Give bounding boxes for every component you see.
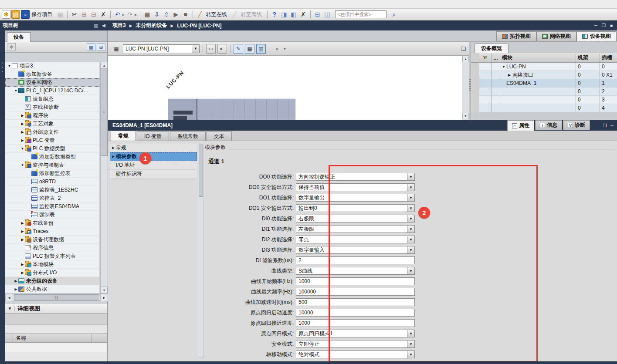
accessible-devices-icon[interactable]: ? [270, 10, 279, 19]
dropdown-extra-icon[interactable]: ± [122, 13, 124, 17]
scroll-right-icon[interactable]: ▶ [100, 294, 108, 301]
tree-item[interactable]: ▶ 工艺对象 [5, 120, 99, 128]
properties-tab[interactable]: 系统常数 [170, 131, 206, 141]
tree-item[interactable]: 监控表ES04DMA [5, 202, 99, 211]
parameter-field[interactable]: 立即停止 ▼ [296, 340, 415, 348]
upload-from-device-icon[interactable]: ⇧ [162, 10, 171, 19]
dropdown-extra-icon[interactable]: ± [134, 13, 136, 17]
overview-table-row[interactable]: 0 2 [471, 88, 617, 96]
expander-icon[interactable]: ▶ [20, 221, 25, 225]
chevron-down-icon[interactable]: ▼ [407, 236, 414, 243]
grid-icon[interactable]: ▦ [245, 44, 254, 54]
measure-icon[interactable]: ⇿ [206, 44, 216, 54]
tree-item[interactable]: 添加新设备 [5, 70, 99, 78]
start-cpu-icon[interactable]: ▶ [172, 10, 180, 19]
expander-icon[interactable]: ▶ [14, 279, 18, 283]
tree-item[interactable]: 设备组态 [5, 95, 99, 103]
collapse-panel-icon[interactable]: ─ [610, 123, 614, 128]
parameter-field[interactable]: 10000 ▼ [296, 309, 415, 317]
breadcrumb-device[interactable]: LUC-PN [LUC-PN] [177, 23, 222, 29]
tree-item[interactable]: ▶ 分布式 I/O [5, 269, 99, 277]
properties-nav-item[interactable]: I/O 地址 [110, 161, 197, 170]
chevron-down-icon[interactable]: ▼ [407, 173, 414, 180]
properties-nav-item[interactable]: 硬件标识符 [110, 170, 197, 179]
chevron-down-icon[interactable]: ▼ [5, 306, 15, 311]
scroll-left-icon[interactable]: ◀ [5, 294, 13, 301]
overview-table-row[interactable]: ▼LUC-PN 0 0 [471, 63, 617, 71]
save-project-icon[interactable]: ▫ [21, 10, 30, 19]
tree-item[interactable]: 添加新数据类型 [5, 153, 99, 161]
parameter-field[interactable]: 2 ▼ [296, 256, 415, 264]
minimize-icon[interactable]: ─ [594, 23, 597, 28]
go-online-label[interactable]: 转至在线 [206, 11, 227, 18]
chevron-down-icon[interactable]: ▼ [407, 246, 414, 253]
parameter-field[interactable]: 数字量输出 ▼ [296, 194, 415, 202]
sort-columns-icon[interactable]: ▦ [87, 43, 95, 51]
expander-icon[interactable]: ▼ [20, 163, 25, 167]
expander-icon[interactable]: ▼ [14, 89, 18, 93]
expander-icon[interactable]: ▶ [20, 229, 25, 233]
tree-item[interactable]: o8RTD [5, 178, 99, 186]
chevron-down-icon[interactable]: ▼ [407, 215, 414, 222]
expander-icon[interactable]: ▶ [20, 138, 25, 142]
menu-item[interactable] [10, 3, 17, 5]
tab-devices[interactable]: 设备 [7, 32, 31, 42]
parameter-field[interactable]: 零点 ▼ [296, 236, 415, 243]
tab-device-overview[interactable]: 设备概览 [475, 44, 509, 53]
breadcrumb-project[interactable]: 项目3 [112, 22, 126, 29]
tree-item[interactable]: 监控表_2 [5, 194, 99, 202]
parameter-field[interactable]: S曲线 ▼ [296, 267, 415, 275]
undo-icon[interactable]: ↶ [113, 10, 122, 19]
show-window-2-icon[interactable]: ◧ [289, 10, 298, 19]
chevron-down-icon[interactable]: ▼ [407, 205, 414, 212]
expander-icon[interactable]: ▼ [20, 147, 25, 151]
tree-item[interactable]: 添加新监控表 [5, 169, 99, 178]
inspector-tab[interactable]: i 信息 [535, 120, 562, 130]
scroll-down-icon[interactable]: ▼ [462, 113, 469, 119]
menu-item[interactable] [25, 3, 33, 5]
compile-icon[interactable]: ▦ [143, 10, 152, 19]
tree-item[interactable]: 程序信息 [5, 244, 99, 252]
chevron-down-icon[interactable]: ▼ [407, 184, 414, 191]
parameter-field[interactable]: 数字量输入 ▼ [296, 246, 415, 254]
name-column-header[interactable]: 名称 [13, 334, 92, 342]
parameter-field[interactable]: 100000 ▼ [296, 288, 415, 296]
view-tab[interactable]: 网络视图 [536, 31, 576, 41]
rack-navigation-icon[interactable]: ▦ [112, 44, 121, 54]
breadcrumb-group[interactable]: 未分组的设备 [136, 22, 167, 29]
download-to-device-icon[interactable]: ⇩ [153, 10, 161, 19]
tree-item[interactable]: ▼ PLC 数据类型 [5, 145, 99, 153]
device-selector[interactable]: LUC-PN [LUC-PN] ▼ [123, 44, 200, 53]
tree-item[interactable]: ▶ Traces [5, 227, 99, 236]
menu-item[interactable] [57, 3, 64, 5]
properties-nav-item[interactable]: ▶ 常规 [110, 144, 197, 152]
expander-icon[interactable]: ▶ [111, 146, 116, 150]
parameter-field[interactable]: 保持当前值 ▼ [296, 183, 415, 191]
rack-column-header[interactable]: 机架 [576, 53, 600, 62]
expander-icon[interactable]: ▶ [508, 73, 512, 77]
expander-icon[interactable]: ▶ [111, 155, 116, 158]
split-horizontal-icon[interactable]: ⊟ [313, 10, 322, 19]
parameter-field[interactable]: 输出到0 ▼ [296, 204, 415, 212]
view-tab[interactable]: 设备视图 [576, 31, 617, 41]
tree-item[interactable]: ▶ 设备代理数据 [5, 236, 99, 244]
scrollbar-thumb[interactable]: ≡ [101, 69, 108, 156]
auto-collapse-icon[interactable]: ▥ [94, 23, 98, 28]
menu-item[interactable] [2, 3, 10, 5]
module-column-header[interactable]: 模块 [500, 53, 576, 62]
go-offline-label[interactable]: 转至离线 [241, 11, 262, 18]
device-canvas[interactable]: LUC-PN [108, 56, 462, 120]
edit-mode-icon[interactable]: ✎ [234, 44, 243, 54]
expander-icon[interactable]: ▶ [20, 114, 25, 118]
print-icon[interactable]: ▤ [56, 10, 64, 19]
tree-item[interactable]: 强制表 [5, 211, 99, 219]
parameter-field[interactable]: 左极限 ▼ [296, 225, 415, 233]
overview-table-row[interactable]: 0 3 [471, 96, 617, 104]
tree-item[interactable]: ▶ 程序块 [5, 111, 99, 120]
toggle-overview-icon[interactable]: ❏ [459, 44, 468, 54]
project-library-icon[interactable]: ⌕ [390, 10, 399, 19]
properties-nav-scrollbar[interactable] [198, 144, 204, 358]
cross-icon[interactable]: ✗ [299, 10, 308, 19]
maximize-icon[interactable]: ■ [610, 23, 613, 28]
tree-item[interactable]: ▶ 本地模块 [5, 260, 99, 269]
